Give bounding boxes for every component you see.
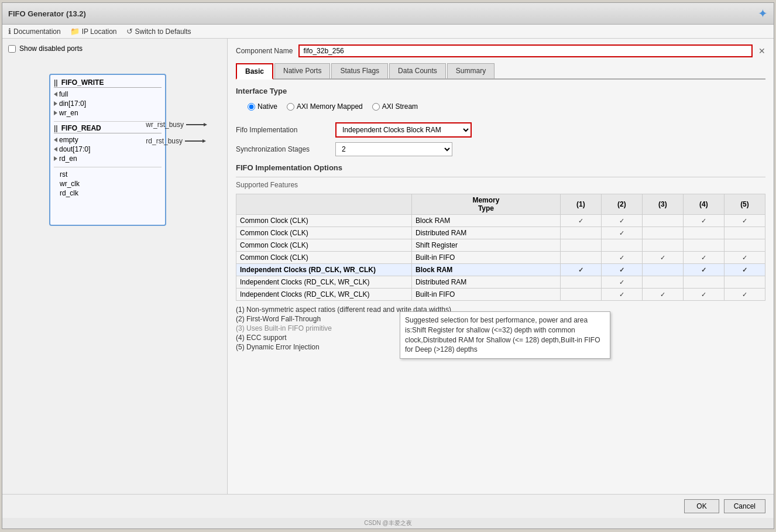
title-bar: FIFO Generator (13.2) ✦ — [2, 3, 774, 25]
cell-c3 — [642, 215, 683, 227]
radio-axi-mm[interactable]: AXI Memory Mapped — [287, 102, 363, 111]
component-name-label: Component Name — [236, 47, 293, 55]
cell-c2: ✓ — [601, 252, 642, 264]
cancel-button[interactable]: Cancel — [724, 499, 765, 513]
cell-name: Common Clock (CLK) — [236, 227, 412, 239]
cell-c3: ✓ — [642, 289, 683, 301]
tab-summary[interactable]: Summary — [447, 63, 495, 78]
section-divider — [236, 177, 765, 177]
component-name-input[interactable] — [298, 44, 753, 57]
show-disabled-ports-row: Show disabled ports — [8, 44, 221, 53]
radio-native[interactable]: Native — [248, 102, 277, 111]
arrow-right-icon — [54, 101, 57, 106]
table-row: Independent Clocks (RD_CLK, WR_CLK) Bloc… — [236, 264, 765, 276]
fifo-impl-row: Fifo Implementation Independent Clocks B… — [236, 122, 765, 138]
cell-c5 — [724, 227, 765, 239]
show-disabled-ports-checkbox[interactable] — [8, 45, 16, 53]
ip-location-link[interactable]: 📁 IP Location — [70, 27, 117, 36]
cell-c1 — [560, 239, 601, 252]
write-port-group: || FIFO_WRITE full din[17:0] — [54, 78, 162, 118]
port-rst: rst — [54, 170, 162, 179]
fifo-options-section: FIFO Implementation Options Supported Fe… — [236, 163, 765, 351]
cell-c2: ✓ — [601, 215, 642, 227]
cell-c5: ✓ — [724, 215, 765, 227]
cell-c2: ✓ — [601, 264, 642, 276]
right-panel: Component Name ✕ Basic Native Ports Stat… — [228, 39, 774, 494]
cell-memory: Distributed RAM — [412, 276, 561, 289]
port-rd-en: rd_en — [54, 154, 162, 163]
th-1: (1) — [560, 194, 601, 215]
tab-data-counts[interactable]: Data Counts — [389, 63, 446, 78]
cell-c1 — [560, 252, 601, 264]
arrow-left-icon2 — [54, 138, 57, 142]
cell-c3 — [642, 239, 683, 252]
port-dout: dout[17:0] — [54, 145, 162, 154]
table-row: Common Clock (CLK) Shift Register — [236, 239, 765, 252]
arrow-left-icon — [54, 92, 57, 97]
cell-c4: ✓ — [683, 289, 724, 301]
table-row: Common Clock (CLK) Block RAM ✓✓✓✓ — [236, 215, 765, 227]
cell-c3: ✓ — [642, 252, 683, 264]
folder-icon: 📁 — [70, 27, 80, 36]
supported-features-label: Supported Features — [236, 181, 765, 189]
features-table: MemoryType (1) (2) (3) (4) (5) Common Cl… — [236, 194, 765, 301]
sync-stages-row: Synchronization Stages 2 3 4 — [236, 142, 765, 156]
interface-type-title: Interface Type — [236, 87, 765, 95]
arrow-right-icon3 — [54, 156, 57, 161]
cell-c5 — [724, 276, 765, 289]
app-icon: ✦ — [758, 6, 768, 20]
interface-radio-group: Native AXI Memory Mapped AXI Stream — [248, 100, 765, 113]
port-rd-clk: rd_clk — [54, 188, 162, 198]
write-group-label: || FIFO_WRITE — [54, 78, 162, 88]
table-row: Common Clock (CLK) Distributed RAM ✓ — [236, 227, 765, 239]
switch-to-defaults-link[interactable]: ↺ Switch to Defaults — [126, 27, 191, 36]
port-full: full — [54, 90, 162, 99]
tab-native-ports[interactable]: Native Ports — [274, 63, 330, 78]
cell-c3 — [642, 264, 683, 276]
cell-name: Independent Clocks (RD_CLK, WR_CLK) — [236, 289, 412, 301]
tab-status-flags[interactable]: Status Flags — [331, 63, 388, 78]
cell-c1: ✓ — [560, 215, 601, 227]
cell-c1: ✓ — [560, 264, 601, 276]
th-memory: MemoryType — [412, 194, 561, 215]
arrow-left-icon3 — [54, 147, 57, 152]
cell-memory: Distributed RAM — [412, 227, 561, 239]
fifo-impl-select[interactable]: Independent Clocks Block RAM Common Cloc… — [335, 122, 472, 138]
cell-name: Common Clock (CLK) — [236, 252, 412, 264]
refresh-icon: ↺ — [126, 27, 133, 36]
radio-axi-stream[interactable]: AXI Stream — [372, 102, 418, 111]
footnotes: (1) Non-symmetric aspect ratios (differe… — [236, 306, 765, 351]
cell-memory: Built-in FIFO — [412, 252, 561, 264]
tooltip-box: Suggested selection for best performance… — [400, 311, 610, 359]
fifo-box: || FIFO_WRITE full din[17:0] — [49, 74, 166, 226]
th-4: (4) — [683, 194, 724, 215]
cell-c4: ✓ — [683, 264, 724, 276]
fifo-impl-label: Fifo Implementation — [236, 126, 329, 134]
cell-name: Independent Clocks (RD_CLK, WR_CLK) — [236, 264, 412, 276]
clear-button[interactable]: ✕ — [758, 46, 765, 56]
th-3: (3) — [642, 194, 683, 215]
ok-button[interactable]: OK — [684, 499, 719, 513]
wr-rst-busy-signal: wr_rst_busy — [146, 121, 207, 129]
th-name — [236, 194, 412, 215]
th-5: (5) — [724, 194, 765, 215]
table-row: Common Clock (CLK) Built-in FIFO ✓✓✓✓ — [236, 252, 765, 264]
cell-c4: ✓ — [683, 252, 724, 264]
tabs-row: Basic Native Ports Status Flags Data Cou… — [236, 63, 765, 80]
component-diagram: || FIFO_WRITE full din[17:0] — [8, 62, 207, 232]
sync-stages-label: Synchronization Stages — [236, 145, 329, 153]
show-disabled-ports-label[interactable]: Show disabled ports — [19, 44, 83, 53]
interface-type-section: Interface Type Native AXI Memory Mapped … — [236, 87, 765, 113]
cell-c4: ✓ — [683, 215, 724, 227]
watermark: CSDN @丰爱之夜 — [2, 518, 774, 528]
sync-stages-select[interactable]: 2 3 4 — [335, 142, 452, 156]
table-row: Independent Clocks (RD_CLK, WR_CLK) Dist… — [236, 276, 765, 289]
cell-memory: Built-in FIFO — [412, 289, 561, 301]
tab-basic[interactable]: Basic — [236, 63, 273, 80]
documentation-link[interactable]: ℹ Documentation — [8, 27, 61, 36]
cell-c3 — [642, 276, 683, 289]
cell-memory: Shift Register — [412, 239, 561, 252]
left-panel: Show disabled ports || FIFO_WRITE full — [2, 39, 228, 494]
th-2: (2) — [601, 194, 642, 215]
cell-c1 — [560, 289, 601, 301]
